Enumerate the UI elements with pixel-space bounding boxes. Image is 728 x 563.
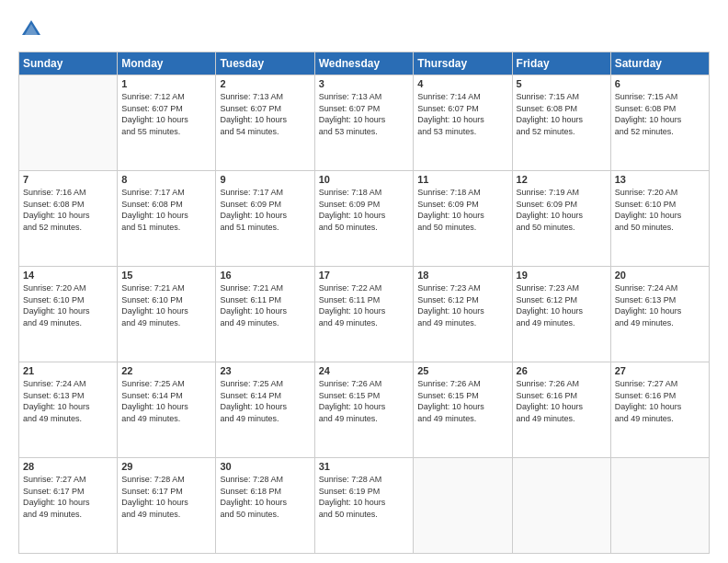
weekday-saturday: Saturday [610, 52, 709, 75]
day-cell: 7Sunrise: 7:16 AM Sunset: 6:08 PM Daylig… [19, 171, 118, 267]
day-cell: 25Sunrise: 7:26 AM Sunset: 6:15 PM Dayli… [414, 362, 512, 458]
day-number: 25 [417, 365, 507, 376]
day-cell: 17Sunrise: 7:22 AM Sunset: 6:11 PM Dayli… [314, 267, 414, 362]
day-number: 14 [23, 270, 113, 281]
day-cell: 29Sunrise: 7:28 AM Sunset: 6:17 PM Dayli… [118, 458, 216, 554]
week-row-5: 28Sunrise: 7:27 AM Sunset: 6:17 PM Dayli… [19, 458, 710, 554]
logo [18, 17, 48, 42]
day-number: 1 [121, 78, 211, 89]
day-cell: 14Sunrise: 7:20 AM Sunset: 6:10 PM Dayli… [19, 267, 118, 362]
day-number: 10 [319, 174, 410, 185]
day-info: Sunrise: 7:28 AM Sunset: 6:17 PM Dayligh… [121, 474, 211, 520]
day-cell: 28Sunrise: 7:27 AM Sunset: 6:17 PM Dayli… [19, 458, 118, 554]
week-row-4: 21Sunrise: 7:24 AM Sunset: 6:13 PM Dayli… [19, 362, 710, 458]
day-info: Sunrise: 7:28 AM Sunset: 6:18 PM Dayligh… [220, 474, 310, 520]
day-number: 4 [417, 78, 507, 89]
day-number: 11 [417, 174, 507, 185]
day-number: 9 [220, 174, 310, 185]
day-info: Sunrise: 7:26 AM Sunset: 6:15 PM Dayligh… [417, 378, 507, 424]
day-info: Sunrise: 7:21 AM Sunset: 6:11 PM Dayligh… [220, 282, 310, 328]
day-cell: 1Sunrise: 7:12 AM Sunset: 6:07 PM Daylig… [118, 75, 216, 171]
day-info: Sunrise: 7:22 AM Sunset: 6:11 PM Dayligh… [319, 282, 410, 328]
week-row-1: 1Sunrise: 7:12 AM Sunset: 6:07 PM Daylig… [19, 75, 710, 171]
day-info: Sunrise: 7:15 AM Sunset: 6:08 PM Dayligh… [615, 91, 705, 137]
day-number: 16 [220, 270, 310, 281]
week-row-2: 7Sunrise: 7:16 AM Sunset: 6:08 PM Daylig… [19, 171, 710, 267]
day-info: Sunrise: 7:24 AM Sunset: 6:13 PM Dayligh… [23, 378, 113, 424]
weekday-header-row: SundayMondayTuesdayWednesdayThursdayFrid… [19, 52, 710, 75]
day-cell: 23Sunrise: 7:25 AM Sunset: 6:14 PM Dayli… [216, 362, 314, 458]
day-cell: 26Sunrise: 7:26 AM Sunset: 6:16 PM Dayli… [512, 362, 610, 458]
day-number: 17 [319, 270, 410, 281]
day-cell: 24Sunrise: 7:26 AM Sunset: 6:15 PM Dayli… [314, 362, 414, 458]
day-info: Sunrise: 7:20 AM Sunset: 6:10 PM Dayligh… [615, 187, 705, 233]
day-cell: 8Sunrise: 7:17 AM Sunset: 6:08 PM Daylig… [118, 171, 216, 267]
day-number: 6 [615, 78, 705, 89]
day-info: Sunrise: 7:13 AM Sunset: 6:07 PM Dayligh… [319, 91, 410, 137]
day-cell [414, 458, 512, 554]
day-info: Sunrise: 7:23 AM Sunset: 6:12 PM Dayligh… [517, 282, 607, 328]
day-cell: 21Sunrise: 7:24 AM Sunset: 6:13 PM Dayli… [19, 362, 118, 458]
day-cell [610, 458, 709, 554]
day-info: Sunrise: 7:27 AM Sunset: 6:17 PM Dayligh… [23, 474, 113, 520]
day-info: Sunrise: 7:28 AM Sunset: 6:19 PM Dayligh… [319, 474, 410, 520]
day-cell: 10Sunrise: 7:18 AM Sunset: 6:09 PM Dayli… [314, 171, 414, 267]
day-number: 21 [23, 365, 113, 376]
day-info: Sunrise: 7:27 AM Sunset: 6:16 PM Dayligh… [615, 378, 705, 424]
day-cell: 19Sunrise: 7:23 AM Sunset: 6:12 PM Dayli… [512, 267, 610, 362]
weekday-monday: Monday [118, 52, 216, 75]
day-cell: 31Sunrise: 7:28 AM Sunset: 6:19 PM Dayli… [314, 458, 414, 554]
weekday-friday: Friday [512, 52, 610, 75]
day-cell: 20Sunrise: 7:24 AM Sunset: 6:13 PM Dayli… [610, 267, 709, 362]
day-cell: 13Sunrise: 7:20 AM Sunset: 6:10 PM Dayli… [610, 171, 709, 267]
day-cell: 11Sunrise: 7:18 AM Sunset: 6:09 PM Dayli… [414, 171, 512, 267]
page: SundayMondayTuesdayWednesdayThursdayFrid… [0, 0, 728, 563]
weekday-tuesday: Tuesday [216, 52, 314, 75]
day-cell [19, 75, 118, 171]
day-cell: 27Sunrise: 7:27 AM Sunset: 6:16 PM Dayli… [610, 362, 709, 458]
day-info: Sunrise: 7:24 AM Sunset: 6:13 PM Dayligh… [615, 282, 705, 328]
day-number: 8 [121, 174, 211, 185]
day-info: Sunrise: 7:26 AM Sunset: 6:16 PM Dayligh… [517, 378, 607, 424]
day-number: 12 [517, 174, 607, 185]
day-number: 30 [220, 461, 310, 472]
day-info: Sunrise: 7:26 AM Sunset: 6:15 PM Dayligh… [319, 378, 410, 424]
day-number: 22 [121, 365, 211, 376]
day-info: Sunrise: 7:25 AM Sunset: 6:14 PM Dayligh… [121, 378, 211, 424]
day-cell: 12Sunrise: 7:19 AM Sunset: 6:09 PM Dayli… [512, 171, 610, 267]
weekday-thursday: Thursday [414, 52, 512, 75]
day-number: 18 [417, 270, 507, 281]
day-info: Sunrise: 7:17 AM Sunset: 6:08 PM Dayligh… [121, 187, 211, 233]
day-cell: 18Sunrise: 7:23 AM Sunset: 6:12 PM Dayli… [414, 267, 512, 362]
week-row-3: 14Sunrise: 7:20 AM Sunset: 6:10 PM Dayli… [19, 267, 710, 362]
day-info: Sunrise: 7:18 AM Sunset: 6:09 PM Dayligh… [417, 187, 507, 233]
day-number: 24 [319, 365, 410, 376]
day-info: Sunrise: 7:17 AM Sunset: 6:09 PM Dayligh… [220, 187, 310, 233]
day-info: Sunrise: 7:15 AM Sunset: 6:08 PM Dayligh… [517, 91, 607, 137]
logo-icon [18, 17, 44, 42]
day-info: Sunrise: 7:16 AM Sunset: 6:08 PM Dayligh… [23, 187, 113, 233]
day-number: 3 [319, 78, 410, 89]
day-number: 23 [220, 365, 310, 376]
header [18, 17, 710, 42]
day-cell: 4Sunrise: 7:14 AM Sunset: 6:07 PM Daylig… [414, 75, 512, 171]
day-number: 2 [220, 78, 310, 89]
day-cell: 9Sunrise: 7:17 AM Sunset: 6:09 PM Daylig… [216, 171, 314, 267]
day-number: 19 [517, 270, 607, 281]
day-number: 27 [615, 365, 705, 376]
day-cell [512, 458, 610, 554]
day-cell: 5Sunrise: 7:15 AM Sunset: 6:08 PM Daylig… [512, 75, 610, 171]
day-cell: 6Sunrise: 7:15 AM Sunset: 6:08 PM Daylig… [610, 75, 709, 171]
day-info: Sunrise: 7:18 AM Sunset: 6:09 PM Dayligh… [319, 187, 410, 233]
day-number: 26 [517, 365, 607, 376]
day-cell: 22Sunrise: 7:25 AM Sunset: 6:14 PM Dayli… [118, 362, 216, 458]
day-info: Sunrise: 7:25 AM Sunset: 6:14 PM Dayligh… [220, 378, 310, 424]
weekday-sunday: Sunday [19, 52, 118, 75]
day-number: 29 [121, 461, 211, 472]
day-info: Sunrise: 7:14 AM Sunset: 6:07 PM Dayligh… [417, 91, 507, 137]
day-info: Sunrise: 7:19 AM Sunset: 6:09 PM Dayligh… [517, 187, 607, 233]
day-number: 15 [121, 270, 211, 281]
day-info: Sunrise: 7:21 AM Sunset: 6:10 PM Dayligh… [121, 282, 211, 328]
day-cell: 15Sunrise: 7:21 AM Sunset: 6:10 PM Dayli… [118, 267, 216, 362]
day-number: 28 [23, 461, 113, 472]
